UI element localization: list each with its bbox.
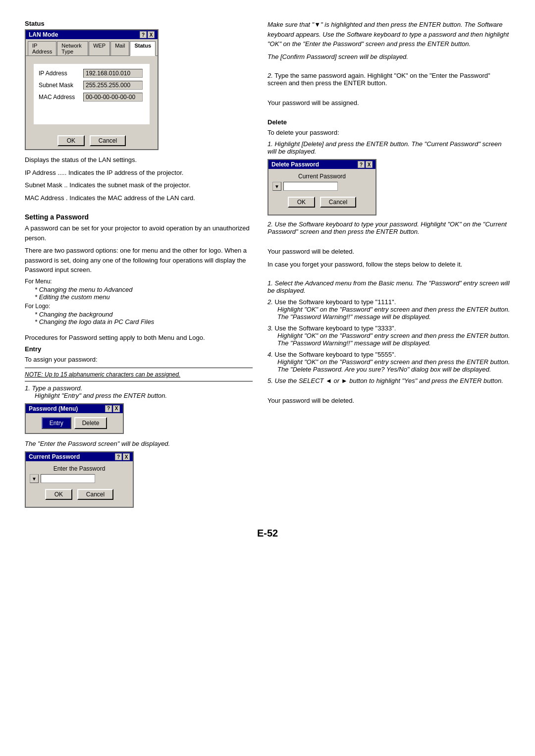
pw-input-field[interactable] — [41, 474, 95, 483]
del-pw-close-btn[interactable]: X — [366, 161, 373, 168]
current-pw-help-btn[interactable]: ? — [115, 453, 122, 460]
del-step1-num: 1. — [268, 140, 273, 148]
status-desc: Displays the status of the LAN settings. — [25, 155, 253, 165]
step1-num: 1. — [25, 384, 30, 392]
forget-step4-num: 4. — [268, 351, 273, 358]
dialog-footer: OK Cancel — [26, 132, 158, 149]
current-pw-cancel-btn[interactable]: Cancel — [77, 489, 113, 500]
pw-field-row: ▼ — [30, 474, 129, 483]
page-number: E-52 — [25, 528, 510, 539]
ip-line: IP Address ..... Indicates the IP addres… — [25, 168, 253, 178]
current-pw-label: Enter the Password — [30, 465, 129, 472]
current-pw-dialog: Current Password ? X Enter the Password … — [25, 451, 134, 508]
ip-address-row: IP Address 192.168.010.010 — [39, 69, 145, 78]
pw-dialog-close-btn[interactable]: X — [113, 405, 120, 412]
del-pw-icons: ? X — [358, 161, 373, 168]
del-pw-body: Current Password ▼ OK Cancel — [268, 169, 375, 215]
left-column: Status LAN Mode ? X IP Address Network T… — [25, 20, 253, 513]
forget-step1-num: 1. — [268, 279, 273, 287]
password-desc2: There are two password options: one for … — [25, 246, 253, 275]
password-assigned: Your password will be assigned. — [268, 98, 510, 108]
del-pw-arrow-btn[interactable]: ▼ — [272, 182, 281, 191]
current-pw-close-btn[interactable]: X — [123, 453, 130, 460]
forget-step4-italic1: Highlight "OK" on the "Password" entry s… — [268, 358, 510, 366]
del-step1: 1. Highlight [Delete] and press the ENTE… — [268, 140, 510, 155]
forget-step1-italic: Select the Advanced menu from the Basic … — [268, 279, 510, 294]
forget-step3-italic1: Highlight "OK" on the "Password" entry s… — [268, 332, 510, 339]
dialog-help-btn[interactable]: ? — [140, 31, 147, 38]
mac-address-value: 00-00-00-00-00-00 — [83, 93, 143, 102]
forget-step4-italic2: The "Delete Password. Are you sure? Yes/… — [268, 366, 491, 373]
forget-step5: 5. Use the SELECT ◄ or ► button to highl… — [268, 377, 510, 384]
forget-intro: In case you forget your password, follow… — [268, 260, 510, 270]
dialog-title-icons: ? X — [140, 31, 155, 38]
del-pw-input-field[interactable] — [283, 182, 338, 191]
delete-desc: To delete your password: — [268, 128, 510, 138]
tab-status[interactable]: Status — [130, 41, 156, 56]
for-logo-label: For Logo: — [25, 303, 253, 310]
del-pw-label: Current Password — [272, 173, 372, 180]
procedures-line: Procedures for Password setting apply to… — [25, 333, 253, 343]
mac-address-label: MAC Address — [39, 94, 83, 101]
current-pw-title: Current Password ? X — [26, 452, 133, 461]
logo-item1: Changing the background — [25, 311, 253, 318]
forget-step2-italic2: The "Password Warning!!" message will be… — [268, 313, 431, 321]
forget-step4: 4. Use the Software keyboard to type "55… — [268, 351, 510, 373]
forget-step5-num: 5. — [268, 377, 273, 384]
dialog-close-btn[interactable]: X — [148, 31, 155, 38]
step1: 1. Type a password. Highlight "Entry" an… — [25, 384, 253, 399]
pw-dialog-title: Password (Menu) ? X — [26, 404, 123, 413]
for-menu-label: For Menu: — [25, 278, 253, 285]
right-intro2: The [Confirm Password] screen will be di… — [268, 52, 510, 62]
right-step2-num: 2. — [268, 72, 273, 79]
logo-item2: Changing the logo data in PC Card Files — [25, 318, 253, 325]
del-pw-field-row: ▼ — [272, 182, 372, 191]
tab-mail[interactable]: Mail — [110, 41, 129, 55]
del-pw-footer: OK Cancel — [272, 194, 372, 211]
ip-address-label: IP Address — [39, 70, 83, 77]
current-pw-ok-btn[interactable]: OK — [45, 489, 72, 500]
note-line: NOTE: Up to 15 alphanumeric characters c… — [25, 371, 253, 378]
forget-step2: 2. Use the Software keyboard to type "11… — [268, 298, 510, 321]
right-step2-text: Type the same password again. Highlight … — [268, 72, 490, 87]
dialog-cancel-btn[interactable]: Cancel — [90, 135, 126, 146]
dialog-ok-btn[interactable]: OK — [57, 135, 85, 146]
forget-step3-text: Use the Software keyboard to type "3333"… — [274, 324, 396, 332]
password-deleted1: Your password will be deleted. — [268, 247, 510, 257]
subnet-mask-value: 255.255.255.000 — [83, 81, 143, 90]
forget-step4-text: Use the Software keyboard to type "5555"… — [274, 351, 396, 358]
current-pw-footer: OK Cancel — [30, 486, 129, 503]
mac-address-row: MAC Address 00-00-00-00-00-00 — [39, 93, 145, 102]
del-pw-title-text: Delete Password — [271, 161, 319, 168]
del-pw-help-btn[interactable]: ? — [358, 161, 365, 168]
menu-item2: Editing the custom menu — [25, 293, 253, 301]
right-column: Make sure that "▼" is highlighted and th… — [268, 20, 510, 513]
tab-network-type[interactable]: Network Type — [57, 41, 88, 55]
delete-button[interactable]: Delete — [74, 417, 107, 429]
del-step2: 2. Use the Software keyboard to type you… — [268, 220, 510, 235]
password-menu-dialog: Password (Menu) ? X Entry Delete — [25, 403, 124, 434]
forget-step3-italic2: The "Password Warning!!" message will be… — [268, 339, 431, 347]
entry-heading: Entry — [25, 345, 253, 353]
dialog-tabs: IP Address Network Type WEP Mail Status — [26, 39, 158, 56]
enter-screen-text: The "Enter the Password screen" will be … — [25, 439, 253, 449]
forget-step3: 3. Use the Software keyboard to type "33… — [268, 324, 510, 347]
forget-step2-text: Use the Software keyboard to type "1111"… — [274, 298, 396, 306]
entry-desc: To assign your password: — [25, 355, 253, 365]
del-step1-italic: Highlight [Delete] and press the ENTER b… — [268, 140, 501, 155]
password-heading: Setting a Password — [25, 213, 253, 221]
pw-dialog-title-text: Password (Menu) — [29, 405, 78, 412]
tab-wep[interactable]: WEP — [89, 41, 110, 55]
step1-italic: Highlight "Entry" and press the ENTER bu… — [25, 392, 167, 399]
subnet-mask-label: Subnet Mask — [39, 82, 83, 89]
del-pw-ok-btn[interactable]: OK — [288, 197, 315, 208]
delete-heading: Delete — [268, 118, 510, 126]
del-pw-cancel-btn[interactable]: Cancel — [320, 197, 356, 208]
entry-button[interactable]: Entry — [42, 417, 71, 429]
menu-item1: Changing the menu to Advanced — [25, 286, 253, 293]
pw-dialog-help-btn[interactable]: ? — [105, 405, 112, 412]
pw-arrow-btn[interactable]: ▼ — [30, 474, 39, 483]
right-step2: 2. Type the same password again. Highlig… — [268, 72, 510, 87]
subnet-mask-row: Subnet Mask 255.255.255.000 — [39, 81, 145, 90]
tab-ip-address[interactable]: IP Address — [28, 41, 56, 55]
